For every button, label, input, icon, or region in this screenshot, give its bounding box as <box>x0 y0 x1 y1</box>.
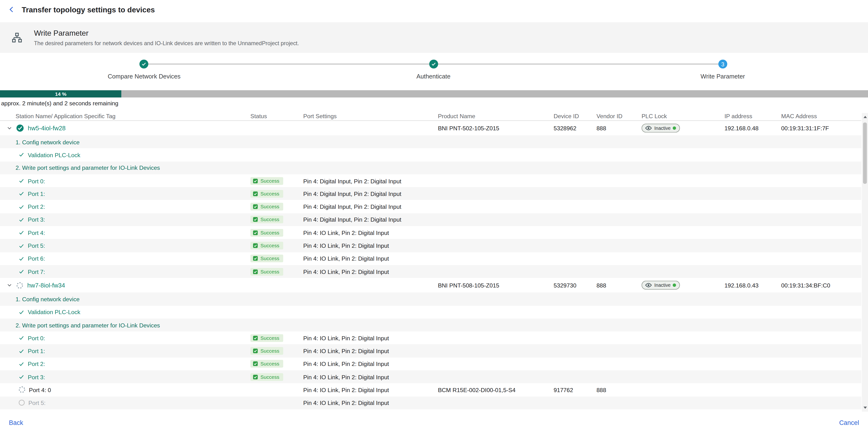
table-row: Port 6:SuccessPin 4: IO Link, Pin 2: Dig… <box>0 252 861 265</box>
check-icon <box>18 152 25 158</box>
plc-lock-toggle[interactable]: Inactive <box>642 124 680 133</box>
chevron-down-icon[interactable] <box>7 283 12 288</box>
table-row: hw5-4iol-fw28BNI PNT-502-105-Z0155328962… <box>0 121 861 135</box>
check-icon <box>18 361 25 367</box>
port-label: Port 0: <box>28 177 45 184</box>
port-label: Port 2: <box>28 360 45 367</box>
status-badge: Success <box>250 242 283 250</box>
cell-station: Port 2: <box>0 203 250 210</box>
cell-port-settings: Pin 4: Digital Input, Pin 2: Digital Inp… <box>303 191 438 197</box>
check-icon <box>18 268 25 275</box>
cancel-button[interactable]: Cancel <box>839 420 859 426</box>
col-status: Status <box>250 113 303 119</box>
cell-device-id: 5328962 <box>554 125 596 132</box>
section-label: 2. Write port settings and parameter for… <box>16 322 160 328</box>
table-row: Port 3:SuccessPin 4: Digital Input, Pin … <box>0 213 861 226</box>
status-badge: Success <box>250 360 283 368</box>
table-row: Port 4: 0Pin 4: IO Link, Pin 2: Digital … <box>0 383 861 396</box>
step-number-badge: 3 <box>718 60 727 68</box>
page-title: Transfer topology settings to devices <box>22 5 155 13</box>
table-row: Validation PLC-Lock <box>0 148 861 162</box>
check-icon <box>18 348 25 354</box>
checkbox-icon <box>252 178 258 183</box>
check-icon <box>18 216 25 223</box>
back-button[interactable]: Back <box>9 420 23 426</box>
validation-label: Validation PLC-Lock <box>28 151 80 158</box>
status-badge-label: Success <box>260 243 279 248</box>
cell-mac-address: 00:19:31:34:BF:C0 <box>781 282 861 289</box>
cell-port-settings: Pin 4: IO Link, Pin 2: Digital Input <box>303 387 438 393</box>
table-row: Validation PLC-Lock <box>0 306 861 319</box>
cell-station: Validation PLC-Lock <box>0 151 250 158</box>
cell-port-settings: Pin 4: IO Link, Pin 2: Digital Input <box>303 268 438 275</box>
cell-station: Validation PLC-Lock <box>0 309 250 315</box>
checkbox-icon <box>252 204 258 209</box>
vertical-scrollbar[interactable] <box>862 113 868 411</box>
chevron-down-icon[interactable] <box>7 125 12 131</box>
col-ip-address: IP address <box>724 113 781 119</box>
cell-station: 2. Write port settings and parameter for… <box>0 165 250 171</box>
intro-text: Write Parameter The desired parameters f… <box>34 29 299 46</box>
status-badge-label: Success <box>260 178 279 183</box>
cell-vendor-id: 888 <box>596 387 642 393</box>
port-label: Port 1: <box>28 348 45 354</box>
device-name-link[interactable]: hw7-8iol-fw34 <box>27 282 65 289</box>
cell-station: Port 3: <box>0 374 250 380</box>
table-row: Port 5:SuccessPin 4: IO Link, Pin 2: Dig… <box>0 239 861 252</box>
cell-status: Success <box>250 334 303 342</box>
step-number: 3 <box>721 61 724 67</box>
cell-status: Success <box>250 373 303 381</box>
table-row: Port 2:SuccessPin 4: IO Link, Pin 2: Dig… <box>0 357 861 371</box>
check-icon <box>18 374 25 380</box>
status-badge: Success <box>250 255 283 262</box>
status-badge-label: Success <box>260 374 279 379</box>
device-name-link[interactable]: hw5-4iol-fw28 <box>28 125 66 132</box>
cell-port-settings: Pin 4: IO Link, Pin 2: Digital Input <box>303 255 438 262</box>
cell-vendor-id: 888 <box>596 282 642 289</box>
step-label: Compare Network Devices <box>107 73 180 80</box>
cell-product-name: BNI PNT-508-105-Z015 <box>438 282 554 289</box>
cell-station: 1. Config network device <box>0 296 250 302</box>
plc-lock-toggle[interactable]: Inactive <box>642 281 680 290</box>
topology-icon <box>12 32 22 43</box>
scrollbar-thumb[interactable] <box>863 122 867 184</box>
checkbox-icon <box>252 348 258 353</box>
intro-title: Write Parameter <box>34 29 299 37</box>
col-port-settings: Port Settings <box>303 113 438 119</box>
back-chevron-icon[interactable] <box>7 4 17 15</box>
cell-station: Port 4: 0 <box>0 386 250 393</box>
eye-icon <box>645 125 652 131</box>
cell-station: Port 0: <box>0 335 250 341</box>
checkbox-icon <box>252 243 258 248</box>
status-badge: Success <box>250 229 283 237</box>
cell-station: Port 1: <box>0 191 250 197</box>
cell-status: Success <box>250 203 303 211</box>
status-badge: Success <box>250 347 283 355</box>
cell-mac-address: 00:19:31:31:1F:7F <box>781 125 861 132</box>
step-authenticate: Authenticate <box>416 60 451 80</box>
cell-status: Success <box>250 190 303 198</box>
step-label: Authenticate <box>416 73 451 80</box>
spinner-icon <box>18 386 25 393</box>
port-label: Port 6: <box>28 255 45 262</box>
table-row: Port 0:SuccessPin 4: IO Link, Pin 2: Dig… <box>0 331 861 345</box>
table-row: 2. Write port settings and parameter for… <box>0 318 861 331</box>
table-body: hw5-4iol-fw28BNI PNT-502-105-Z0155328962… <box>0 121 868 409</box>
checkbox-icon <box>252 374 258 379</box>
plc-lock-state-dot <box>673 284 676 287</box>
table-row: Port 0:SuccessPin 4: Digital Input, Pin … <box>0 174 861 187</box>
scrollbar-up-arrow-icon[interactable] <box>862 114 868 120</box>
check-icon <box>18 335 25 341</box>
port-label: Port 5: <box>28 242 45 249</box>
col-station-name: Station Name/ Application Specific Tag <box>0 113 250 119</box>
scrollbar-down-arrow-icon[interactable] <box>862 404 868 411</box>
col-mac-address: MAC Address <box>781 113 861 119</box>
status-badge-label: Success <box>260 335 279 341</box>
progress-bar: 14 % <box>0 90 868 97</box>
cell-port-settings: Pin 4: IO Link, Pin 2: Digital Input <box>303 229 438 236</box>
stepper: Compare Network Devices Authenticate 3 W… <box>0 53 868 85</box>
status-badge: Success <box>250 203 283 211</box>
port-label: Port 3: <box>28 374 45 380</box>
status-badge-label: Success <box>260 361 279 367</box>
footer: Back Cancel <box>0 412 868 433</box>
